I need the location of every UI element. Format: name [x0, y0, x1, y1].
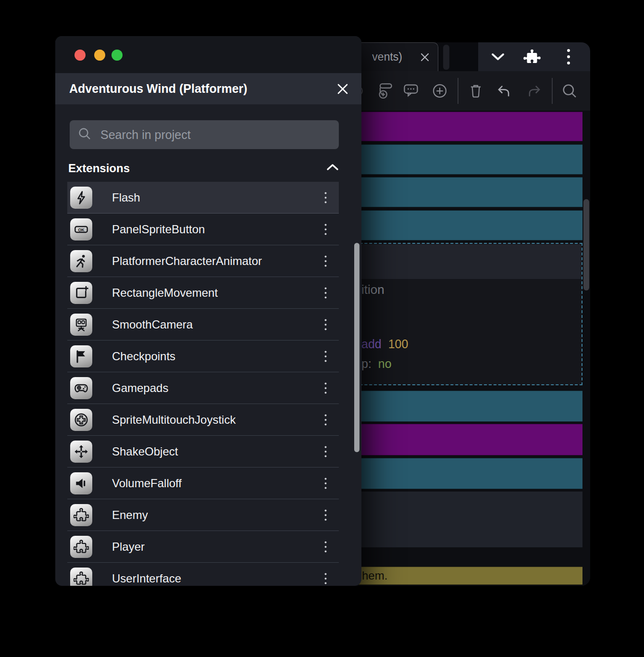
- toolbar-divider: [458, 78, 458, 104]
- extension-item-shakeobject[interactable]: ShakeObject: [67, 436, 339, 467]
- add-circle-icon[interactable]: [431, 82, 448, 100]
- extension-item-rectanglemovement[interactable]: RectangleMovement: [67, 277, 339, 309]
- extension-item-player[interactable]: Player: [67, 531, 339, 563]
- kebab-menu-icon[interactable]: [316, 187, 335, 209]
- move-arrows-icon: [70, 441, 92, 463]
- add-event-icon[interactable]: [376, 82, 393, 100]
- window-controls: [478, 42, 590, 71]
- gamepad-icon: [70, 377, 92, 399]
- panel-title: Adventurous Wind (Platformer): [69, 82, 335, 96]
- search-box[interactable]: [70, 120, 339, 149]
- extension-item-platformercharacteranimator[interactable]: PlatformerCharacterAnimator: [67, 245, 339, 277]
- action-text-lines: add100p:no: [361, 334, 415, 374]
- panel-header: Adventurous Wind (Platformer): [55, 73, 361, 104]
- kebab-menu-icon[interactable]: [316, 568, 335, 586]
- extension-item-userinterface[interactable]: UserInterface: [67, 563, 339, 586]
- kebab-menu-icon[interactable]: [316, 409, 335, 431]
- rectangle-plus-icon: [70, 282, 92, 304]
- extension-item-flash[interactable]: Flash: [67, 182, 339, 214]
- extensions-section-header[interactable]: Extensions: [68, 159, 339, 178]
- flag-icon: [70, 345, 92, 367]
- ok-button-icon: OK: [70, 218, 92, 240]
- panel-titlebar: [55, 36, 361, 73]
- puzzle-extension-icon[interactable]: [523, 42, 541, 71]
- extension-item-enemy[interactable]: Enemy: [67, 499, 339, 531]
- extension-item-smoothcamera[interactable]: SmoothCamera: [67, 309, 339, 341]
- extension-item-gamepads[interactable]: Gamepads: [67, 372, 339, 404]
- kebab-menu-icon[interactable]: [316, 472, 335, 494]
- extensions-list: Flash OK PanelSpriteButton PlatformerCha…: [67, 182, 339, 586]
- window-close-button[interactable]: [74, 50, 86, 61]
- chevron-up-icon[interactable]: [326, 164, 339, 173]
- kebab-menu-icon[interactable]: [316, 282, 335, 304]
- trash-icon[interactable]: [467, 82, 484, 100]
- kebab-menu-icon[interactable]: [316, 250, 335, 272]
- kebab-menu-icon[interactable]: [316, 504, 335, 526]
- flash-icon: [70, 187, 92, 209]
- search-input[interactable]: [99, 127, 331, 142]
- search-icon: [77, 126, 92, 143]
- puzzle-piece-icon: [70, 536, 92, 558]
- kebab-menu-icon[interactable]: [316, 441, 335, 463]
- tab-close-icon[interactable]: [420, 52, 430, 63]
- close-icon[interactable]: [335, 82, 350, 96]
- kebab-menu-icon[interactable]: [316, 314, 335, 336]
- panel-scrollbar[interactable]: [354, 243, 359, 452]
- undo-icon[interactable]: [495, 82, 512, 100]
- kebab-menu-icon[interactable]: [316, 377, 335, 399]
- condition-text-fragment: ition: [361, 282, 384, 297]
- window-zoom-button[interactable]: [111, 50, 123, 61]
- extension-item-checkpoints[interactable]: Checkpoints: [67, 341, 339, 372]
- window-minimize-button[interactable]: [94, 50, 105, 61]
- kebab-menu-icon[interactable]: [316, 536, 335, 558]
- project-manager-panel: Adventurous Wind (Platformer) Extensions…: [55, 36, 361, 586]
- extension-item-volumefalloff[interactable]: VolumeFalloff: [67, 467, 339, 499]
- kebab-menu-icon[interactable]: [567, 42, 570, 71]
- section-label: Extensions: [68, 162, 326, 175]
- extension-item-spritemultitouchjoystick[interactable]: SpriteMultitouchJoystick: [67, 404, 339, 436]
- next-tab-edge: [443, 45, 449, 70]
- chevron-down-icon[interactable]: [491, 42, 505, 71]
- kebab-menu-icon[interactable]: [316, 218, 335, 240]
- runner-icon: [70, 250, 92, 272]
- toolbar-divider: [552, 78, 553, 104]
- add-comment-icon[interactable]: [402, 82, 420, 100]
- tab-label: vents): [372, 51, 402, 63]
- extension-item-panelspritebutton[interactable]: OK PanelSpriteButton: [67, 214, 339, 245]
- puzzle-piece-icon: [70, 504, 92, 526]
- speaker-icon: [70, 472, 92, 494]
- joystick-icon: [70, 409, 92, 431]
- camera-icon: [70, 314, 92, 336]
- search-icon[interactable]: [561, 82, 578, 100]
- kebab-menu-icon[interactable]: [316, 345, 335, 367]
- redo-icon[interactable]: [526, 82, 543, 100]
- events-scrollbar[interactable]: [583, 199, 589, 291]
- svg-text:OK: OK: [78, 227, 85, 232]
- puzzle-piece-icon: [70, 568, 92, 586]
